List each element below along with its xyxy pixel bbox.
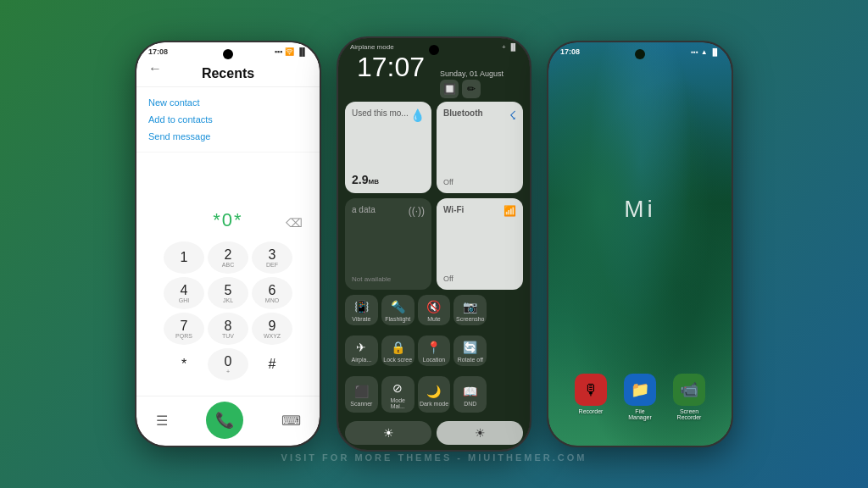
phone1-screen: 17:08 ▪▪▪ 🛜 ▐▌ ← Recents New contact Add…: [136, 42, 320, 446]
punch-hole-2: [429, 45, 439, 55]
cc-rotate-tile[interactable]: 🔄 Rotate off: [453, 336, 487, 366]
cc-tile-mobile-data[interactable]: a data ((·)) Not available: [345, 198, 431, 290]
darkmode-icon: 🌙: [426, 385, 441, 398]
phone1-title: Recents: [148, 66, 308, 81]
cc-widget-btn1[interactable]: 🔲: [440, 80, 459, 98]
dial-key-6[interactable]: 6 MNO: [252, 277, 292, 309]
dial-key-9[interactable]: 9 WXYZ: [252, 313, 292, 345]
cc-data-value: 2.9MB: [352, 173, 425, 186]
dnd-icon: 📖: [463, 385, 477, 398]
phone2-screen: Airplane mode + ▐▌ 17:07 Sunday, 01 Augu…: [338, 38, 530, 450]
cc-flashlight-tile[interactable]: 🔦 Flashlight: [381, 295, 415, 325]
dial-display: *0*: [213, 209, 242, 231]
punch-hole-3: [635, 49, 645, 59]
modemalu-label: Mode Mal...: [383, 397, 413, 409]
cc-widget-btn2[interactable]: ✏: [462, 80, 481, 98]
phone3-dock: 🎙 Recorder 📁 FileManager 📹 ScreenRecorde…: [548, 374, 732, 420]
phone3-time: 17:08: [560, 47, 580, 56]
flashlight-label: Flashlight: [385, 316, 410, 322]
cc-location-tile[interactable]: 📍 Location: [418, 336, 451, 366]
dial-key-8[interactable]: 8 TUV: [208, 313, 248, 345]
phone1-display: *0* ⌫ 1 2 ABC 3 DEF: [136, 152, 320, 396]
dial-key-star[interactable]: *: [164, 348, 204, 380]
dock-app-recorder[interactable]: 🎙 Recorder: [575, 374, 607, 420]
dial-key-0[interactable]: 0 +: [208, 348, 248, 380]
cc-slider-bright[interactable]: ☀: [437, 421, 523, 445]
wifi-status-icon: 🛜: [285, 47, 294, 56]
vibrate-label: Vibrate: [352, 316, 370, 322]
filemanager-label: FileManager: [628, 408, 652, 420]
phone1-status-icons: ▪▪▪ 🛜 ▐▌: [275, 47, 308, 56]
battery-status-icon: ▐▌: [297, 47, 308, 56]
phones-container: 17:08 ▪▪▪ 🛜 ▐▌ ← Recents New contact Add…: [0, 0, 868, 488]
dialpad: 1 2 ABC 3 DEF 4 GHI: [150, 241, 306, 380]
watermark: VISIT FOR MORE THEMES - MIUITHEMER.COM: [0, 452, 868, 463]
dock-app-filemanager[interactable]: 📁 FileManager: [624, 374, 656, 420]
lock-icon: 🔒: [391, 341, 405, 354]
recorder-icon: 🎙: [575, 374, 607, 406]
screenrecorder-icon: 📹: [673, 374, 705, 406]
cc-mobile-data-sub: Not available: [352, 275, 425, 283]
cc-data-icon: 💧: [410, 108, 425, 122]
punch-hole-1: [223, 49, 233, 59]
vibrate-icon: 📳: [354, 300, 369, 313]
wifi-icon: 📶: [504, 205, 516, 217]
cc-lockscreen-tile[interactable]: 🔒 Lock scree: [381, 336, 415, 366]
cc-small-tiles-row3: ⬛ Scanner ⊘ Mode Mal... 🌙 Dark mode 📖 DN…: [338, 371, 530, 418]
cc-main-tiles: Used this mo... 💧 2.9MB Bluetooth ☇ Off: [338, 102, 530, 290]
menu-icon[interactable]: ☰: [156, 413, 168, 429]
flashlight-icon: 🔦: [391, 300, 405, 313]
cc-small-tiles-row2: ✈ Airpla... 🔒 Lock scree 📍 Location 🔄 Ro…: [338, 330, 530, 371]
cc-mute-tile[interactable]: 🔇 Mute: [418, 295, 451, 325]
cc-tile-bluetooth[interactable]: Bluetooth ☇ Off: [437, 102, 523, 193]
location-icon: 📍: [426, 341, 441, 354]
phone3-battery: ▐▌: [710, 48, 720, 56]
location-label: Location: [423, 357, 445, 363]
cc-tile-data-usage[interactable]: Used this mo... 💧 2.9MB: [345, 102, 431, 193]
cc-tile-wifi[interactable]: Wi-Fi 📶 Off: [437, 198, 523, 290]
dial-key-7[interactable]: 7 PQRS: [164, 313, 204, 345]
phone-1: 17:08 ▪▪▪ 🛜 ▐▌ ← Recents New contact Add…: [135, 41, 321, 447]
cc-airplane-tile[interactable]: ✈ Airpla...: [345, 336, 378, 366]
screenrecorder-label: ScreenRecorder: [677, 408, 702, 420]
cc-airplane-label: Airplane mode: [350, 43, 394, 51]
keypad-icon[interactable]: ⌨: [281, 413, 301, 429]
phone3-wifi: ▲: [701, 48, 708, 56]
recorder-label: Recorder: [579, 408, 604, 414]
dial-key-5[interactable]: 5 JKL: [208, 277, 248, 309]
cc-bluetooth-title: Bluetooth: [443, 108, 483, 118]
send-message-button[interactable]: Send message: [148, 128, 308, 145]
dial-key-3[interactable]: 3 DEF: [252, 241, 292, 274]
phone-3: 17:08 ▪▪▪ ▲ ▐▌ Mi 🎙 Recorder 📁 FileManag…: [547, 41, 733, 447]
cc-modemalu-tile[interactable]: ⊘ Mode Mal...: [381, 376, 415, 413]
dial-key-hash[interactable]: #: [252, 348, 292, 380]
phone3-signal: ▪▪▪: [691, 48, 698, 56]
cc-data-usage-title: Used this mo...: [352, 108, 409, 118]
filemanager-icon: 📁: [624, 374, 656, 406]
add-to-contacts-button[interactable]: Add to contacts: [148, 111, 308, 128]
rotate-icon: 🔄: [463, 341, 477, 354]
new-contact-button[interactable]: New contact: [148, 94, 308, 111]
cc-sliders: ☀ ☀: [338, 418, 530, 450]
cc-scanner-tile[interactable]: ⬛ Scanner: [345, 376, 378, 413]
dock-app-screenrecorder[interactable]: 📹 ScreenRecorder: [673, 374, 705, 420]
cc-slider-dim[interactable]: ☀: [345, 421, 431, 445]
call-button[interactable]: 📞: [206, 402, 243, 439]
cc-vibrate-tile[interactable]: 📳 Vibrate: [345, 295, 378, 325]
airplane-icon: ✈: [356, 341, 366, 354]
phone3-status-icons: ▪▪▪ ▲ ▐▌: [691, 47, 720, 56]
cc-darkmode-tile[interactable]: 🌙 Dark mode: [418, 376, 451, 413]
modemalu-icon: ⊘: [392, 381, 403, 395]
phone-2: Airplane mode + ▐▌ 17:07 Sunday, 01 Augu…: [337, 36, 531, 452]
dial-key-4[interactable]: 4 GHI: [164, 277, 204, 309]
cc-screenshot-tile[interactable]: 📷 Screensho: [453, 295, 487, 325]
dial-key-1[interactable]: 1: [164, 241, 204, 274]
backspace-button[interactable]: ⌫: [286, 216, 303, 230]
brightness-low-icon: ☀: [383, 426, 394, 440]
mute-label: Mute: [427, 316, 441, 322]
dial-key-2[interactable]: 2 ABC: [208, 241, 248, 274]
phone3-mi-text: Mi: [624, 196, 656, 223]
cc-dnd-tile[interactable]: 📖 DND: [453, 376, 487, 413]
cc-time: 17:07: [347, 53, 435, 82]
cc-wifi-title: Wi-Fi: [443, 205, 464, 214]
